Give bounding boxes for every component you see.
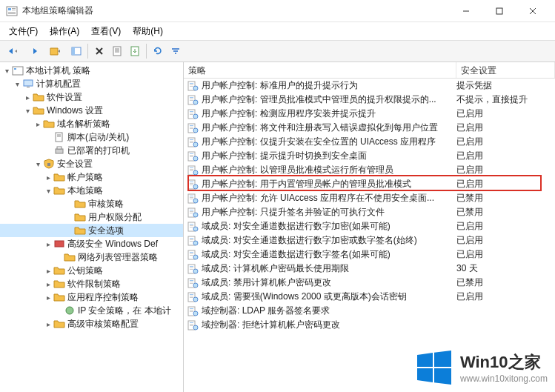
- policy-item-icon: [187, 278, 199, 288]
- expander-icon[interactable]: ▾: [1, 67, 12, 75]
- tree-security-settings[interactable]: ▾ 安全设置: [0, 157, 183, 170]
- tree-account-policies[interactable]: ▸ 帐户策略: [0, 170, 183, 184]
- policy-item-icon: [187, 222, 199, 232]
- list-row[interactable]: 用户帐户控制: 标准用户的提升提示行为 提示凭据: [184, 79, 555, 93]
- svg-rect-25: [27, 87, 30, 87]
- tree-software-restriction[interactable]: ▸ 软件限制策略: [0, 277, 183, 290]
- list-row[interactable]: 域成员: 计算机帐户密码最长使用期限 30 天: [184, 262, 555, 276]
- expander-icon[interactable]: ▾: [12, 80, 22, 88]
- tree-dns-policy[interactable]: ▸ 域名解析策略: [0, 117, 183, 130]
- menu-file[interactable]: 文件(F): [3, 23, 44, 40]
- menu-view[interactable]: 查看(V): [85, 23, 127, 40]
- tree-audit-policy[interactable]: 审核策略: [0, 197, 183, 210]
- svg-rect-37: [190, 86, 193, 87]
- tree-label: 安全设置: [57, 158, 93, 170]
- back-button[interactable]: [3, 43, 25, 59]
- list-row[interactable]: 用户帐户控制: 管理员批准模式中管理员的提升权限提示的... 不提示，直接提升: [184, 93, 555, 107]
- svg-rect-76: [190, 197, 193, 198]
- up-button[interactable]: [44, 43, 67, 59]
- folder-icon: [53, 292, 65, 302]
- column-header-policy[interactable]: 策略: [184, 62, 456, 78]
- list-row[interactable]: 域成员: 对安全通道数据进行数字加密或数字签名(始终) 已启用: [184, 233, 555, 248]
- tree-label: 网络列表管理器策略: [78, 251, 158, 264]
- tree-label: 脚本(启动/关机): [67, 131, 129, 144]
- tree-deployed-printers[interactable]: 已部署的打印机: [0, 144, 183, 157]
- list-row[interactable]: 域成员: 对安全通道数据进行数字签名(如果可能) 已启用: [184, 248, 555, 262]
- column-header-setting[interactable]: 安全设置: [456, 62, 555, 78]
- list-row[interactable]: 域控制器: LDAP 服务器签名要求: [184, 304, 555, 318]
- tree-advanced-windows-def[interactable]: ▸ 高级安全 Windows Def: [0, 237, 183, 250]
- expander-icon[interactable]: ▸: [33, 120, 43, 128]
- tree-scripts[interactable]: 脚本(启动/关机): [0, 130, 183, 144]
- policy-setting: 已启用: [453, 178, 552, 190]
- tree-root[interactable]: ▾ 本地计算机 策略: [0, 64, 183, 77]
- policy-name: 用户帐户控制: 标准用户的提升提示行为: [202, 79, 358, 92]
- expander-icon[interactable]: ▸: [43, 293, 53, 302]
- list-row[interactable]: 用户帐户控制: 允许 UIAccess 应用程序在不使用安全桌面... 已禁用: [184, 191, 555, 205]
- policy-item-icon: [187, 193, 199, 204]
- list-pane[interactable]: 策略 安全设置 用户帐户控制: 标准用户的提升提示行为 提示凭据 用户帐户控制:…: [184, 62, 555, 392]
- svg-rect-71: [190, 183, 193, 184]
- expander-icon[interactable]: ▸: [43, 280, 53, 288]
- policy-item-icon: [187, 292, 199, 302]
- refresh-button[interactable]: [150, 43, 166, 59]
- tree-local-policies[interactable]: ▾ 本地策略: [0, 184, 183, 197]
- svg-rect-20: [173, 50, 178, 52]
- menu-help[interactable]: 帮助(H): [127, 23, 169, 40]
- svg-rect-92: [190, 241, 193, 242]
- toolbar-separator: [146, 44, 147, 59]
- expander-icon[interactable]: ▾: [22, 107, 33, 115]
- svg-rect-50: [190, 125, 193, 126]
- expander-icon[interactable]: ▸: [43, 267, 53, 275]
- expander-icon[interactable]: ▸: [22, 93, 33, 102]
- tree-public-key[interactable]: ▸ 公钥策略: [0, 264, 183, 277]
- svg-point-73: [193, 185, 198, 189]
- tree-windows-settings[interactable]: ▾ Windows 设置: [0, 104, 183, 117]
- svg-rect-75: [190, 196, 193, 196]
- list-row[interactable]: 用户帐户控制: 仅提升安装在安全位置的 UIAccess 应用程序 已启用: [184, 135, 555, 149]
- policy-name: 域成员: 对安全通道数据进行数字加密或数字签名(始终): [202, 234, 417, 247]
- delete-button[interactable]: [91, 43, 107, 59]
- tree-network-list[interactable]: 网络列表管理器策略: [0, 250, 183, 264]
- tree-ip-security[interactable]: IP 安全策略，在 本地计: [0, 304, 183, 317]
- list-row[interactable]: 用户帐户控制: 将文件和注册表写入错误虚拟化到每用户位置 已启用: [184, 121, 555, 135]
- expander-icon[interactable]: ▸: [43, 320, 53, 328]
- policy-setting: 已禁用: [453, 192, 552, 205]
- security-icon: [43, 159, 55, 169]
- expander-icon[interactable]: ▾: [33, 160, 43, 168]
- tree-computer-config[interactable]: ▾ 计算机配置: [0, 77, 183, 90]
- filter-button[interactable]: [167, 43, 184, 59]
- properties-button[interactable]: [109, 43, 125, 59]
- expander-icon[interactable]: ▾: [43, 187, 53, 195]
- tree-software-settings[interactable]: ▸ 软件设置: [0, 90, 183, 104]
- show-hide-tree-button[interactable]: [68, 43, 84, 59]
- list-row[interactable]: 用户帐户控制: 用于内置管理员帐户的管理员批准模式 已启用: [184, 177, 555, 191]
- tree-pane[interactable]: ▾ 本地计算机 策略 ▾ 计算机配置 ▸ 软件设置 ▾ Win: [0, 62, 184, 392]
- menu-action[interactable]: 操作(A): [44, 23, 85, 40]
- tree-user-rights[interactable]: 用户权限分配: [0, 210, 183, 224]
- policy-name: 用户帐户控制: 允许 UIAccess 应用程序在不使用安全桌面...: [202, 192, 434, 205]
- list-row[interactable]: 用户帐户控制: 提示提升时切换到安全桌面 已启用: [184, 149, 555, 163]
- expander-icon[interactable]: ▸: [43, 173, 53, 182]
- tree-security-options[interactable]: 安全选项: [0, 224, 183, 237]
- minimize-button[interactable]: [449, 1, 482, 21]
- list-row[interactable]: 域成员: 禁用计算机帐户密码更改 已禁用: [184, 276, 555, 290]
- export-button[interactable]: [127, 43, 143, 59]
- list-row[interactable]: 域控制器: 拒绝计算机帐户密码更改: [184, 318, 555, 332]
- list-row[interactable]: 用户帐户控制: 检测应用程序安装并提示提升 已启用: [184, 107, 555, 121]
- expander-icon[interactable]: ▸: [43, 240, 53, 248]
- tree-label: 本地策略: [67, 185, 103, 197]
- list-row[interactable]: 用户帐户控制: 只提升签名并验证的可执行文件 已禁用: [184, 205, 555, 219]
- list-row[interactable]: 用户帐户控制: 以管理员批准模式运行所有管理员 已启用: [184, 163, 555, 177]
- maximize-button[interactable]: [482, 1, 516, 21]
- close-button[interactable]: [516, 1, 549, 21]
- tree-app-control[interactable]: ▸ 应用程序控制策略: [0, 290, 183, 304]
- folder-icon: [43, 119, 55, 129]
- list-row[interactable]: 域成员: 对安全通道数据进行数字加密(如果可能) 已启用: [184, 219, 555, 233]
- tree-advanced-audit[interactable]: ▸ 高级审核策略配置: [0, 317, 183, 330]
- list-row[interactable]: 域成员: 需要强(Windows 2000 或更高版本)会话密钥 已启用: [184, 290, 555, 304]
- policy-name: 域控制器: 拒绝计算机帐户密码更改: [202, 319, 340, 331]
- workarea: ▾ 本地计算机 策略 ▾ 计算机配置 ▸ 软件设置 ▾ Win: [0, 62, 555, 392]
- forward-button[interactable]: [27, 43, 43, 59]
- policy-name: 域成员: 计算机帐户密码最长使用期限: [202, 262, 349, 275]
